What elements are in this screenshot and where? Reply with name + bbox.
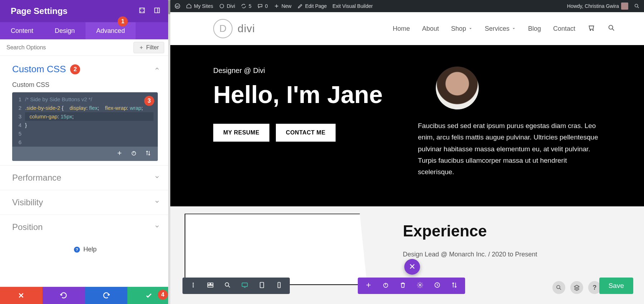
code-gutter: 123456: [12, 95, 25, 147]
chevron-down-icon: [154, 224, 160, 231]
experience-card[interactable]: [185, 214, 367, 285]
layers-icon[interactable]: [570, 281, 583, 294]
filter-button[interactable]: Filter: [133, 42, 164, 53]
svg-text:?: ?: [75, 247, 78, 252]
tablet-icon[interactable]: [258, 281, 265, 290]
sidebar-footer: 4: [0, 287, 170, 304]
add-icon[interactable]: [116, 150, 123, 158]
comments-link[interactable]: 0: [257, 3, 268, 9]
viewport-toolbar: [182, 278, 290, 294]
admin-search-icon[interactable]: [634, 3, 640, 9]
settings-sidebar: Page Settings Content Design Advanced 1 …: [0, 0, 170, 304]
svg-line-12: [613, 29, 614, 30]
sort-icon[interactable]: [451, 281, 458, 290]
section-position[interactable]: Position: [0, 215, 170, 239]
sort-icon[interactable]: [145, 150, 151, 158]
callout-badge-1: 1: [118, 16, 128, 26]
history-icon[interactable]: [434, 281, 441, 290]
svg-line-30: [560, 288, 561, 290]
tab-content[interactable]: Content: [0, 22, 44, 39]
plus-icon[interactable]: [365, 281, 372, 290]
new-link[interactable]: New: [274, 3, 292, 9]
code-toolbar: [12, 147, 158, 161]
svg-point-14: [192, 284, 194, 285]
svg-point-15: [192, 286, 194, 287]
dock-icon[interactable]: [153, 7, 161, 15]
svg-point-13: [192, 283, 194, 284]
nav-home[interactable]: Home: [393, 25, 410, 33]
nav-services[interactable]: Services: [485, 25, 516, 33]
svg-rect-1: [155, 8, 159, 13]
trash-icon[interactable]: [399, 281, 406, 290]
resume-button[interactable]: MY RESUME: [213, 124, 269, 142]
search-input[interactable]: [0, 44, 133, 51]
close-fab[interactable]: ✕: [404, 259, 420, 275]
save-button[interactable]: Save: [599, 278, 633, 294]
undo-button[interactable]: [43, 287, 85, 304]
tab-design[interactable]: Design: [44, 22, 86, 39]
section-visibility-title: Visibility: [12, 197, 43, 207]
wp-logo-icon[interactable]: [175, 3, 180, 9]
nav-blog[interactable]: Blog: [528, 25, 541, 33]
phone-icon[interactable]: [275, 281, 283, 290]
hero-portrait: [436, 67, 479, 109]
tab-advanced[interactable]: Advanced 1: [86, 22, 136, 39]
hero-section: Designer @ Divi Hello, I'm Jane MY RESUM…: [170, 45, 644, 206]
logo-mark: D: [213, 19, 233, 38]
redo-button[interactable]: [85, 287, 128, 304]
nav-about[interactable]: About: [422, 25, 439, 33]
site-logo[interactable]: D divi: [213, 19, 255, 38]
custom-css-label: Custom CSS: [0, 78, 170, 92]
power-icon[interactable]: [131, 150, 137, 158]
gear-icon[interactable]: [416, 281, 424, 290]
edit-page-link[interactable]: Edit Page: [297, 3, 327, 9]
site-link[interactable]: Divi: [219, 3, 235, 9]
sidebar-title: Page Settings: [11, 6, 68, 16]
svg-rect-18: [208, 285, 213, 287]
filter-label: Filter: [146, 44, 159, 51]
exit-vb-link[interactable]: Exit Visual Builder: [332, 3, 373, 9]
cart-icon[interactable]: [587, 24, 595, 34]
experience-heading: Experience: [403, 222, 601, 240]
search-icon[interactable]: [608, 24, 615, 34]
site-nav: D divi Home About Shop Services Blog Con…: [170, 12, 644, 45]
svg-line-20: [229, 286, 230, 288]
chevron-down-icon: [154, 199, 160, 206]
expand-icon[interactable]: [138, 7, 146, 15]
confirm-button[interactable]: 4: [127, 287, 170, 304]
svg-point-29: [557, 285, 560, 289]
section-position-title: Position: [12, 222, 43, 232]
settings-tabs: Content Design Advanced 1: [0, 22, 170, 39]
my-sites-link[interactable]: My Sites: [186, 3, 213, 9]
nav-menu: Home About Shop Services Blog Contact: [393, 24, 615, 34]
section-performance[interactable]: Performance: [0, 166, 170, 190]
tab-advanced-label: Advanced: [96, 27, 125, 35]
avatar: [621, 3, 628, 10]
updates-link[interactable]: 5: [241, 3, 252, 9]
cancel-button[interactable]: [0, 287, 43, 304]
code-lines[interactable]: /* Side by Side Buttons v2 */ .side-by-s…: [25, 95, 158, 147]
css-editor[interactable]: 3 123456 /* Side by Side Buttons v2 */ .…: [12, 92, 158, 161]
desktop-icon[interactable]: [241, 281, 248, 290]
power-icon[interactable]: [382, 281, 389, 290]
svg-point-8: [220, 4, 224, 8]
wp-admin-bar: My Sites Divi 5 0 New Edit Page Exit Vis…: [170, 0, 644, 12]
help-label: Help: [83, 246, 97, 253]
nav-shop[interactable]: Shop: [451, 25, 473, 33]
chevron-down-icon: [154, 174, 160, 181]
howdy-user[interactable]: Howdy, Christina Gwira: [567, 3, 628, 10]
contact-button[interactable]: CONTACT ME: [276, 124, 335, 142]
section-custom-css[interactable]: Custom CSS 2: [0, 56, 170, 78]
wireframe-icon[interactable]: [207, 281, 214, 290]
section-visibility[interactable]: Visibility: [0, 190, 170, 215]
quick-search-icon[interactable]: [552, 281, 565, 294]
svg-rect-24: [278, 283, 280, 288]
help-link[interactable]: ? Help: [0, 239, 170, 260]
callout-badge-2: 2: [70, 64, 80, 74]
nav-contact[interactable]: Contact: [553, 25, 575, 33]
section-performance-title: Performance: [12, 173, 61, 183]
callout-badge-4: 4: [158, 290, 168, 300]
more-icon[interactable]: [190, 281, 197, 290]
svg-point-11: [609, 25, 613, 29]
zoom-icon[interactable]: [224, 281, 231, 290]
